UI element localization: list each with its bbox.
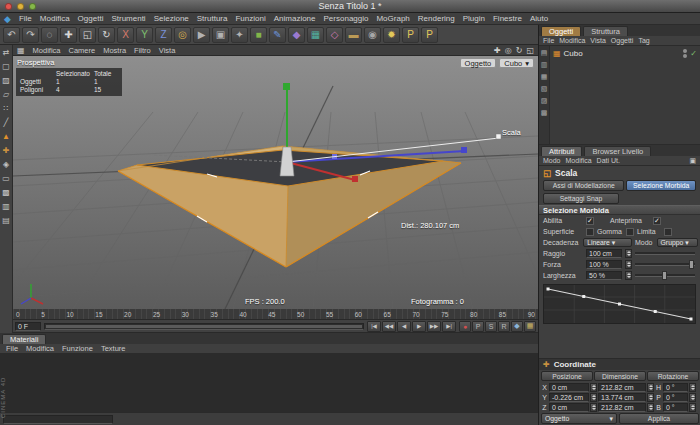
rotation-b-stepper[interactable] (689, 403, 696, 412)
materials-menu-modifica[interactable]: Modifica (26, 344, 54, 353)
record-scale-icon[interactable]: S (485, 321, 497, 332)
position-x-field[interactable]: 0 cm (549, 383, 589, 392)
falloff-curve-editor[interactable] (543, 284, 696, 324)
rotation-h-stepper[interactable] (689, 383, 696, 392)
position-x-stepper[interactable] (590, 383, 597, 392)
forza-slider[interactable] (635, 263, 695, 266)
position-column-button[interactable]: Posizione (541, 371, 593, 381)
om-side-icon-1[interactable]: ▤ (541, 49, 548, 57)
materials-menu-file[interactable]: File (6, 344, 18, 353)
redo-icon[interactable]: ↷ (22, 27, 39, 43)
undo-icon[interactable]: ↶ (3, 27, 20, 43)
viewport-menu-camere[interactable]: Camere (69, 46, 96, 55)
snap-settings-button[interactable]: Settaggi Snap (543, 193, 619, 204)
dimension-x-stepper[interactable] (647, 383, 654, 392)
viewport-menu-mostra[interactable]: Mostra (103, 46, 126, 55)
tab-attributi[interactable]: Attributi (541, 146, 582, 156)
position-y-field[interactable]: -0.226 cm (549, 393, 589, 402)
abilita-checkbox[interactable]: ✓ (586, 217, 594, 225)
dimension-z-stepper[interactable] (647, 403, 654, 412)
materials-list-area[interactable] (0, 354, 538, 412)
larghezza-field[interactable]: 50 % (586, 271, 622, 280)
texture-mode-icon[interactable]: ▨ (2, 77, 10, 85)
visibility-dots[interactable] (683, 49, 687, 58)
tree-item-cubo[interactable]: ▦ Cubo ✓ (553, 49, 697, 58)
record-position-icon[interactable]: P (472, 321, 484, 332)
object-tree[interactable]: ▤▥▦▧▨▩ ▦ Cubo ✓ (539, 46, 700, 145)
display-filter-icon[interactable]: ▤ (2, 217, 10, 225)
menu-mograph[interactable]: MoGraph (376, 14, 409, 23)
zoom-view-icon[interactable]: ◎ (505, 46, 512, 55)
soft-selection-tab[interactable]: Selezione Morbida (626, 180, 696, 191)
selection-filter-icon[interactable]: ▥ (2, 203, 10, 211)
render-visibility-dot[interactable] (683, 54, 687, 58)
add-nurbs-icon[interactable]: ◆ (288, 27, 305, 43)
add-environment-icon[interactable]: ▬ (345, 27, 362, 43)
add-camera-icon[interactable]: ◉ (364, 27, 381, 43)
render-settings-icon[interactable]: ✦ (231, 27, 248, 43)
am-menu-dati-ut[interactable]: Dati Ut. (597, 157, 620, 164)
record-rotation-icon[interactable]: R (498, 321, 510, 332)
position-z-field[interactable]: 0 cm (549, 403, 589, 412)
menu-file[interactable]: File (19, 14, 32, 23)
object-selector-dropdown[interactable]: Cubo ▾ (499, 58, 534, 68)
render-view-icon[interactable]: ▶ (193, 27, 210, 43)
raggio-slider[interactable] (635, 252, 695, 255)
live-selection-icon[interactable]: ◌ (41, 27, 58, 43)
enabled-check-icon[interactable]: ✓ (690, 49, 697, 58)
curve-point[interactable] (689, 318, 692, 321)
larghezza-stepper[interactable] (625, 271, 632, 280)
add-deformer-icon[interactable]: ◇ (326, 27, 343, 43)
dimension-column-button[interactable]: Dimensione (594, 371, 646, 381)
menu-finestre[interactable]: Finestre (493, 14, 522, 23)
dimension-y-stepper[interactable] (647, 393, 654, 402)
add-light-icon[interactable]: ✹ (383, 27, 400, 43)
axis-z-lock-icon[interactable]: Z (155, 27, 172, 43)
apply-button[interactable]: Applica (619, 413, 699, 424)
goto-end-button[interactable]: ▶| (442, 321, 456, 332)
record-parameter-icon[interactable]: ◆ (511, 321, 523, 332)
raggio-field[interactable]: 100 cm (586, 249, 622, 258)
om-menu-vista[interactable]: Vista (590, 37, 605, 44)
rotation-column-button[interactable]: Rotazione (647, 371, 699, 381)
position-y-stepper[interactable] (590, 393, 597, 402)
menu-oggetti[interactable]: Oggetti (78, 14, 104, 23)
z-axis-end-handle[interactable] (461, 147, 467, 153)
points-mode-icon[interactable]: ∷ (3, 105, 8, 113)
move-icon[interactable]: ✚ (60, 27, 77, 43)
tab-oggetti[interactable]: Oggetti (541, 26, 581, 36)
menu-selezione[interactable]: Selezione (154, 14, 189, 23)
modeling-axis-tab[interactable]: Assi di Modellazione (543, 180, 624, 191)
larghezza-slider[interactable] (635, 274, 695, 277)
curve-point[interactable] (654, 310, 657, 313)
prev-key-button[interactable]: ◀◀ (382, 321, 396, 332)
om-side-icon-3[interactable]: ▦ (541, 73, 548, 81)
menu-strumenti[interactable]: Strumenti (111, 14, 145, 23)
curve-point[interactable] (547, 288, 550, 291)
locked-workplane-icon[interactable]: ▭ (2, 175, 10, 183)
position-z-stepper[interactable] (590, 403, 597, 412)
curve-point[interactable] (582, 295, 585, 298)
dimension-z-field[interactable]: 212.82 cm (598, 403, 646, 412)
scale-handle[interactable] (496, 134, 501, 139)
menu-plugin[interactable]: Plugin (463, 14, 485, 23)
plugin-p1-icon[interactable]: P (402, 27, 419, 43)
om-menu-file[interactable]: File (543, 37, 554, 44)
timeline-ruler[interactable]: 051015202530354045505560657075808590 (13, 309, 538, 320)
modo-select[interactable]: Gruppo ▾ (657, 238, 698, 247)
viewport-menu-modifica[interactable]: Modifica (33, 46, 61, 55)
am-menu-modifica[interactable]: Modifica (566, 157, 592, 164)
prev-frame-button[interactable]: ◀ (397, 321, 411, 332)
menu-rendering[interactable]: Rendering (418, 14, 455, 23)
raggio-stepper[interactable] (625, 249, 632, 258)
make-editable-icon[interactable]: ⇄ (3, 49, 10, 57)
rotation-h-field[interactable]: 0 ° (663, 383, 688, 392)
add-primitive-icon[interactable]: ■ (250, 27, 267, 43)
object-mode-label[interactable]: Oggetto (460, 58, 497, 68)
edges-mode-icon[interactable]: ╱ (4, 119, 9, 127)
dimension-y-field[interactable]: 13.774 cm (598, 393, 646, 402)
menu-aiuto[interactable]: Aiuto (530, 14, 548, 23)
rotate-view-icon[interactable]: ↻ (516, 46, 523, 55)
dimension-x-field[interactable]: 212.82 cm (598, 383, 646, 392)
rotation-p-field[interactable]: 0 ° (663, 393, 688, 402)
